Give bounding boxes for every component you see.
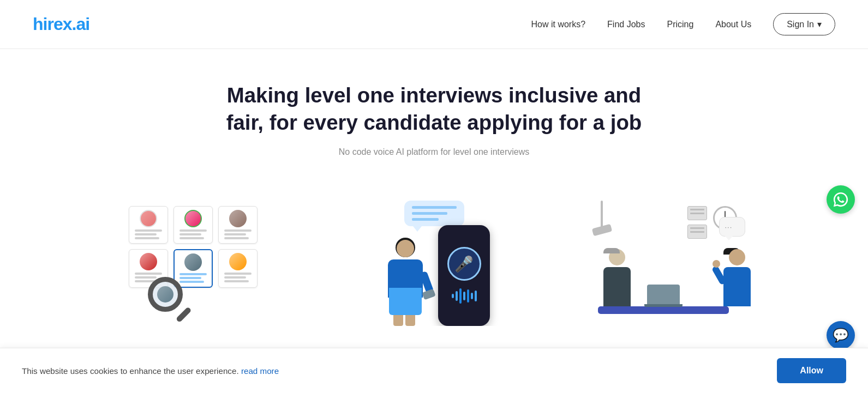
whatsapp-icon — [833, 191, 849, 208]
hero-headline: Making level one interviews inclusive an… — [211, 82, 658, 136]
voice-ai-illustration: 🎤 — [325, 195, 543, 326]
nav-link-pricing[interactable]: Pricing — [667, 20, 693, 29]
nav-item-how-it-works[interactable]: How it works? — [531, 20, 586, 29]
nav-link-find-jobs[interactable]: Find Jobs — [607, 20, 645, 29]
interview-result-illustration: ··· — [565, 195, 783, 326]
hero-subtext: No code voice AI platform for level one … — [11, 147, 857, 157]
nav-link-how-it-works[interactable]: How it works? — [531, 20, 586, 29]
sign-in-button[interactable]: Sign In ▾ — [773, 13, 835, 35]
candidate-screening-illustration — [85, 195, 303, 326]
whatsapp-button[interactable] — [827, 185, 855, 214]
nav-item-pricing[interactable]: Pricing — [667, 20, 693, 29]
logo[interactable]: hirex.ai — [33, 14, 89, 34]
nav-item-about-us[interactable]: About Us — [715, 20, 751, 29]
hero-section: Making level one interviews inclusive an… — [0, 49, 868, 184]
illustrations-section: 🎤 — [0, 184, 868, 326]
nav-links: How it works? Find Jobs Pricing About Us… — [531, 13, 835, 35]
chevron-down-icon: ▾ — [817, 19, 822, 29]
nav-link-about-us[interactable]: About Us — [715, 20, 751, 29]
navigation: hirex.ai How it works? Find Jobs Pricing… — [0, 0, 868, 49]
nav-item-find-jobs[interactable]: Find Jobs — [607, 20, 645, 29]
nav-item-sign-in[interactable]: Sign In ▾ — [773, 13, 835, 35]
